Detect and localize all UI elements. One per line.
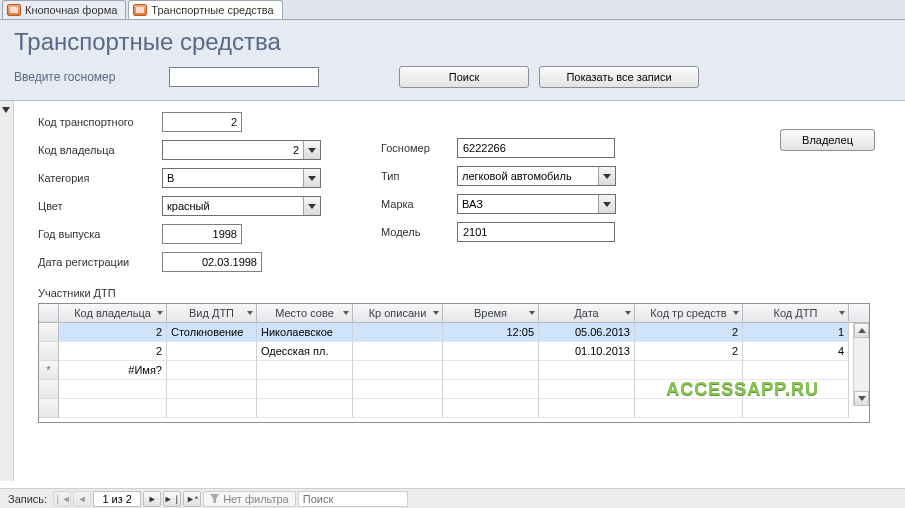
record-search-input[interactable]	[298, 491, 408, 507]
chevron-down-icon[interactable]	[529, 311, 535, 315]
chevron-down-icon[interactable]	[303, 169, 320, 187]
regdate-input[interactable]	[162, 252, 262, 272]
cell[interactable]	[167, 361, 257, 380]
select-all-cell[interactable]	[39, 304, 59, 322]
tab-label: Кнопочная форма	[25, 4, 117, 16]
chevron-down-icon[interactable]	[303, 141, 320, 159]
scroll-down-icon[interactable]	[854, 391, 869, 406]
row-selector[interactable]	[39, 323, 59, 342]
regdate-label: Дата регистрации	[38, 256, 156, 268]
filter-label: Нет фильтра	[223, 493, 289, 505]
cell[interactable]	[635, 361, 743, 380]
cell[interactable]: 2	[635, 323, 743, 342]
cell[interactable]: 4	[743, 342, 849, 361]
chevron-down-icon[interactable]	[247, 311, 253, 315]
cell[interactable]: 2	[59, 342, 167, 361]
chevron-down-icon[interactable]	[598, 195, 615, 213]
tabbar: Кнопочная форма Транспортные средства	[0, 0, 905, 20]
col-vehcode[interactable]: Код тр средств	[635, 304, 743, 322]
cell[interactable]	[743, 361, 849, 380]
owner-code-combo[interactable]	[162, 140, 321, 160]
col-kind[interactable]: Вид ДТП	[167, 304, 257, 322]
gosnomer-value[interactable]: 6222266	[457, 138, 615, 158]
nav-new-icon[interactable]: ►*	[183, 491, 201, 507]
cell[interactable]	[443, 361, 539, 380]
cell[interactable]: 05.06.2013	[539, 323, 635, 342]
cell[interactable]: 12:05	[443, 323, 539, 342]
filter-indicator[interactable]: Нет фильтра	[203, 491, 296, 507]
chevron-down-icon[interactable]	[839, 311, 845, 315]
row-selector[interactable]	[39, 342, 59, 361]
owner-code-input[interactable]	[163, 141, 303, 159]
table-row-new[interactable]: * #Имя?	[39, 361, 869, 380]
model-value[interactable]: 2101	[457, 222, 615, 242]
col-date[interactable]: Дата	[539, 304, 635, 322]
funnel-icon	[210, 494, 219, 503]
category-label: Категория	[38, 172, 156, 184]
chevron-down-icon[interactable]	[733, 311, 739, 315]
grid-header: Код владельца Вид ДТП Место сове Кр опис…	[39, 304, 869, 323]
category-input[interactable]	[163, 169, 303, 187]
gosnomer-search-input[interactable]	[169, 67, 319, 87]
nav-prev-icon[interactable]: ◄	[73, 491, 91, 507]
page-title: Транспортные средства	[14, 28, 891, 56]
table-row[interactable]: 2 Одесская пл. 01.10.2013 2 4	[39, 342, 869, 361]
brand-combo[interactable]	[457, 194, 616, 214]
col-dtpcode[interactable]: Код ДТП	[743, 304, 849, 322]
vehicle-code-input[interactable]	[162, 112, 242, 132]
col-desc[interactable]: Кр описани	[353, 304, 443, 322]
chevron-down-icon[interactable]	[157, 311, 163, 315]
cell[interactable]: #Имя?	[59, 361, 167, 380]
watermark: ACCESSAPP.RU	[666, 379, 819, 400]
vehicle-code-label: Код транспортного	[38, 116, 156, 128]
chevron-down-icon[interactable]	[303, 197, 320, 215]
year-input[interactable]	[162, 224, 242, 244]
cell[interactable]: Одесская пл.	[257, 342, 353, 361]
tab-vehicles[interactable]: Транспортные средства	[128, 0, 282, 19]
category-combo[interactable]	[162, 168, 321, 188]
chevron-down-icon[interactable]	[433, 311, 439, 315]
chevron-down-icon[interactable]	[343, 311, 349, 315]
nav-next-icon[interactable]: ►	[143, 491, 161, 507]
cell[interactable]: 2	[59, 323, 167, 342]
cell[interactable]: 1	[743, 323, 849, 342]
cell[interactable]: 2	[635, 342, 743, 361]
cell[interactable]	[353, 323, 443, 342]
chevron-down-icon[interactable]	[598, 167, 615, 185]
cell[interactable]: Николаевское	[257, 323, 353, 342]
record-selector-bar[interactable]	[0, 101, 14, 481]
nav-last-icon[interactable]: ►❘	[163, 491, 181, 507]
form-icon	[133, 4, 147, 16]
record-position-input[interactable]	[93, 491, 141, 507]
col-place[interactable]: Место сове	[257, 304, 353, 322]
color-combo[interactable]	[162, 196, 321, 216]
table-row[interactable]: 2 Столкновение Николаевское 12:05 05.06.…	[39, 323, 869, 342]
cell[interactable]: Столкновение	[167, 323, 257, 342]
type-input[interactable]	[458, 167, 598, 185]
col-owner[interactable]: Код владельца	[59, 304, 167, 322]
cell[interactable]	[257, 361, 353, 380]
new-row-icon[interactable]: *	[39, 361, 59, 380]
gosnomer-label: Госномер	[381, 142, 451, 154]
type-combo[interactable]	[457, 166, 616, 186]
chevron-down-icon[interactable]	[625, 311, 631, 315]
tab-button-form[interactable]: Кнопочная форма	[2, 0, 126, 19]
cell[interactable]: 01.10.2013	[539, 342, 635, 361]
gosnomer-search-label: Введите госномер	[14, 70, 159, 84]
cell[interactable]	[443, 342, 539, 361]
owner-button[interactable]: Владелец	[780, 129, 875, 151]
color-input[interactable]	[163, 197, 303, 215]
cell[interactable]	[539, 361, 635, 380]
scroll-up-icon[interactable]	[854, 323, 869, 338]
search-button[interactable]: Поиск	[399, 66, 529, 88]
cell[interactable]	[353, 361, 443, 380]
tab-label: Транспортные средства	[151, 4, 273, 16]
nav-first-icon[interactable]: ❘◄	[53, 491, 71, 507]
brand-input[interactable]	[458, 195, 598, 213]
col-time[interactable]: Время	[443, 304, 539, 322]
cell[interactable]	[353, 342, 443, 361]
subform-title: Участники ДТП	[38, 287, 885, 299]
vertical-scrollbar[interactable]	[853, 323, 869, 406]
cell[interactable]	[167, 342, 257, 361]
show-all-button[interactable]: Показать все записи	[539, 66, 699, 88]
